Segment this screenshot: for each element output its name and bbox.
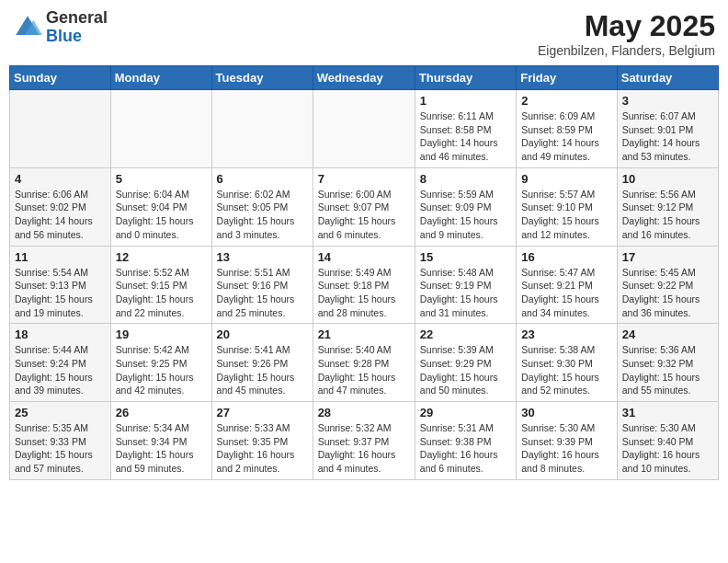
calendar-day-cell: 13Sunrise: 5:51 AM Sunset: 9:16 PM Dayli… <box>211 246 313 324</box>
logo-icon <box>13 13 42 42</box>
logo: General Blue <box>13 9 108 46</box>
day-number: 31 <box>622 406 713 419</box>
calendar-day-cell: 20Sunrise: 5:41 AM Sunset: 9:26 PM Dayli… <box>211 324 313 402</box>
day-number: 3 <box>622 94 713 108</box>
day-number: 9 <box>521 172 612 186</box>
day-info: Sunrise: 5:33 AM Sunset: 9:35 PM Dayligh… <box>217 421 308 476</box>
day-number: 22 <box>420 327 511 341</box>
calendar-day-cell: 22Sunrise: 5:39 AM Sunset: 9:29 PM Dayli… <box>415 324 516 402</box>
calendar-week-row: 11Sunrise: 5:54 AM Sunset: 9:13 PM Dayli… <box>10 246 719 324</box>
day-number: 23 <box>521 327 612 341</box>
calendar-day-cell: 3Sunrise: 6:07 AM Sunset: 9:01 PM Daylig… <box>617 90 718 168</box>
calendar-day-cell: 15Sunrise: 5:48 AM Sunset: 9:19 PM Dayli… <box>415 246 516 324</box>
day-number: 11 <box>15 250 106 264</box>
day-number: 21 <box>318 327 410 341</box>
page-header: General Blue May 2025 Eigenbilzen, Fland… <box>9 9 719 58</box>
day-info: Sunrise: 6:11 AM Sunset: 8:58 PM Dayligh… <box>420 109 511 164</box>
day-number: 16 <box>521 250 612 264</box>
calendar-week-row: 25Sunrise: 5:35 AM Sunset: 9:33 PM Dayli… <box>10 402 719 480</box>
location-subtitle: Eigenbilzen, Flanders, Belgium <box>538 43 715 58</box>
day-info: Sunrise: 5:49 AM Sunset: 9:18 PM Dayligh… <box>318 266 410 320</box>
day-number: 15 <box>420 250 511 264</box>
calendar-day-cell: 25Sunrise: 5:35 AM Sunset: 9:33 PM Dayli… <box>10 402 111 480</box>
day-number: 1 <box>420 94 511 108</box>
logo-blue: Blue <box>46 28 108 46</box>
day-info: Sunrise: 5:48 AM Sunset: 9:19 PM Dayligh… <box>420 266 511 320</box>
calendar-day-cell <box>110 90 211 168</box>
calendar-week-row: 18Sunrise: 5:44 AM Sunset: 9:24 PM Dayli… <box>10 324 719 402</box>
day-info: Sunrise: 5:59 AM Sunset: 9:09 PM Dayligh… <box>420 188 511 242</box>
day-number: 19 <box>116 327 207 341</box>
day-number: 12 <box>116 250 207 264</box>
day-number: 6 <box>217 172 308 186</box>
day-info: Sunrise: 6:07 AM Sunset: 9:01 PM Dayligh… <box>622 109 713 164</box>
calendar-week-row: 1Sunrise: 6:11 AM Sunset: 8:58 PM Daylig… <box>10 90 719 168</box>
day-number: 17 <box>622 250 713 264</box>
day-info: Sunrise: 5:44 AM Sunset: 9:24 PM Dayligh… <box>15 343 106 397</box>
calendar-day-cell: 4Sunrise: 6:06 AM Sunset: 9:02 PM Daylig… <box>10 167 111 246</box>
calendar-day-cell: 23Sunrise: 5:38 AM Sunset: 9:30 PM Dayli… <box>517 324 618 402</box>
day-info: Sunrise: 5:38 AM Sunset: 9:30 PM Dayligh… <box>521 343 612 397</box>
day-info: Sunrise: 6:04 AM Sunset: 9:04 PM Dayligh… <box>116 188 207 242</box>
calendar-day-cell: 31Sunrise: 5:30 AM Sunset: 9:40 PM Dayli… <box>617 402 718 480</box>
calendar-day-cell: 17Sunrise: 5:45 AM Sunset: 9:22 PM Dayli… <box>617 246 718 324</box>
day-info: Sunrise: 5:52 AM Sunset: 9:15 PM Dayligh… <box>116 266 207 320</box>
day-info: Sunrise: 5:30 AM Sunset: 9:40 PM Dayligh… <box>622 421 713 476</box>
calendar-day-cell: 6Sunrise: 6:02 AM Sunset: 9:05 PM Daylig… <box>211 167 313 246</box>
day-info: Sunrise: 5:30 AM Sunset: 9:39 PM Dayligh… <box>521 421 612 476</box>
day-number: 24 <box>622 327 713 341</box>
day-info: Sunrise: 5:54 AM Sunset: 9:13 PM Dayligh… <box>15 266 106 320</box>
day-info: Sunrise: 5:57 AM Sunset: 9:10 PM Dayligh… <box>521 188 612 242</box>
weekday-header: Tuesday <box>211 66 313 90</box>
day-number: 5 <box>116 172 207 186</box>
calendar-day-cell: 7Sunrise: 6:00 AM Sunset: 9:07 PM Daylig… <box>313 167 415 246</box>
calendar-day-cell: 16Sunrise: 5:47 AM Sunset: 9:21 PM Dayli… <box>517 246 618 324</box>
weekday-header: Wednesday <box>313 66 415 90</box>
calendar-day-cell: 30Sunrise: 5:30 AM Sunset: 9:39 PM Dayli… <box>517 402 618 480</box>
calendar-day-cell: 26Sunrise: 5:34 AM Sunset: 9:34 PM Dayli… <box>110 402 211 480</box>
day-info: Sunrise: 5:34 AM Sunset: 9:34 PM Dayligh… <box>116 421 207 476</box>
calendar-week-row: 4Sunrise: 6:06 AM Sunset: 9:02 PM Daylig… <box>10 167 719 246</box>
title-area: May 2025 Eigenbilzen, Flanders, Belgium <box>538 9 715 58</box>
calendar-day-cell: 24Sunrise: 5:36 AM Sunset: 9:32 PM Dayli… <box>617 324 718 402</box>
day-number: 10 <box>622 172 713 186</box>
weekday-header: Thursday <box>415 66 516 90</box>
weekday-header: Monday <box>110 66 211 90</box>
calendar-day-cell: 1Sunrise: 6:11 AM Sunset: 8:58 PM Daylig… <box>415 90 516 168</box>
day-number: 8 <box>420 172 511 186</box>
day-info: Sunrise: 5:39 AM Sunset: 9:29 PM Dayligh… <box>420 343 511 397</box>
day-number: 27 <box>217 406 308 419</box>
day-number: 20 <box>217 327 308 341</box>
day-info: Sunrise: 6:02 AM Sunset: 9:05 PM Dayligh… <box>217 188 308 242</box>
day-info: Sunrise: 5:40 AM Sunset: 9:28 PM Dayligh… <box>318 343 410 397</box>
calendar-day-cell: 18Sunrise: 5:44 AM Sunset: 9:24 PM Dayli… <box>10 324 111 402</box>
calendar-day-cell: 2Sunrise: 6:09 AM Sunset: 8:59 PM Daylig… <box>517 90 618 168</box>
calendar-day-cell <box>211 90 313 168</box>
calendar-table: SundayMondayTuesdayWednesdayThursdayFrid… <box>9 65 719 480</box>
calendar-day-cell: 12Sunrise: 5:52 AM Sunset: 9:15 PM Dayli… <box>110 246 211 324</box>
calendar-day-cell <box>10 90 111 168</box>
calendar-day-cell: 5Sunrise: 6:04 AM Sunset: 9:04 PM Daylig… <box>110 167 211 246</box>
day-info: Sunrise: 6:00 AM Sunset: 9:07 PM Dayligh… <box>318 188 410 242</box>
day-number: 25 <box>15 406 106 419</box>
day-info: Sunrise: 5:51 AM Sunset: 9:16 PM Dayligh… <box>217 266 308 320</box>
day-number: 26 <box>116 406 207 419</box>
calendar-day-cell: 8Sunrise: 5:59 AM Sunset: 9:09 PM Daylig… <box>415 167 516 246</box>
day-number: 29 <box>420 406 511 419</box>
calendar-day-cell: 10Sunrise: 5:56 AM Sunset: 9:12 PM Dayli… <box>617 167 718 246</box>
day-info: Sunrise: 5:35 AM Sunset: 9:33 PM Dayligh… <box>15 421 106 476</box>
day-number: 28 <box>318 406 410 419</box>
weekday-header-row: SundayMondayTuesdayWednesdayThursdayFrid… <box>10 66 719 90</box>
calendar-day-cell: 21Sunrise: 5:40 AM Sunset: 9:28 PM Dayli… <box>313 324 415 402</box>
weekday-header: Friday <box>517 66 618 90</box>
calendar-day-cell: 19Sunrise: 5:42 AM Sunset: 9:25 PM Dayli… <box>110 324 211 402</box>
weekday-header: Saturday <box>617 66 718 90</box>
day-info: Sunrise: 5:31 AM Sunset: 9:38 PM Dayligh… <box>420 421 511 476</box>
day-info: Sunrise: 5:47 AM Sunset: 9:21 PM Dayligh… <box>521 266 612 320</box>
logo-general: General <box>46 9 108 28</box>
day-info: Sunrise: 5:45 AM Sunset: 9:22 PM Dayligh… <box>622 266 713 320</box>
day-info: Sunrise: 6:09 AM Sunset: 8:59 PM Dayligh… <box>521 109 612 164</box>
day-info: Sunrise: 5:32 AM Sunset: 9:37 PM Dayligh… <box>318 421 410 476</box>
calendar-day-cell: 11Sunrise: 5:54 AM Sunset: 9:13 PM Dayli… <box>10 246 111 324</box>
day-number: 30 <box>521 406 612 419</box>
